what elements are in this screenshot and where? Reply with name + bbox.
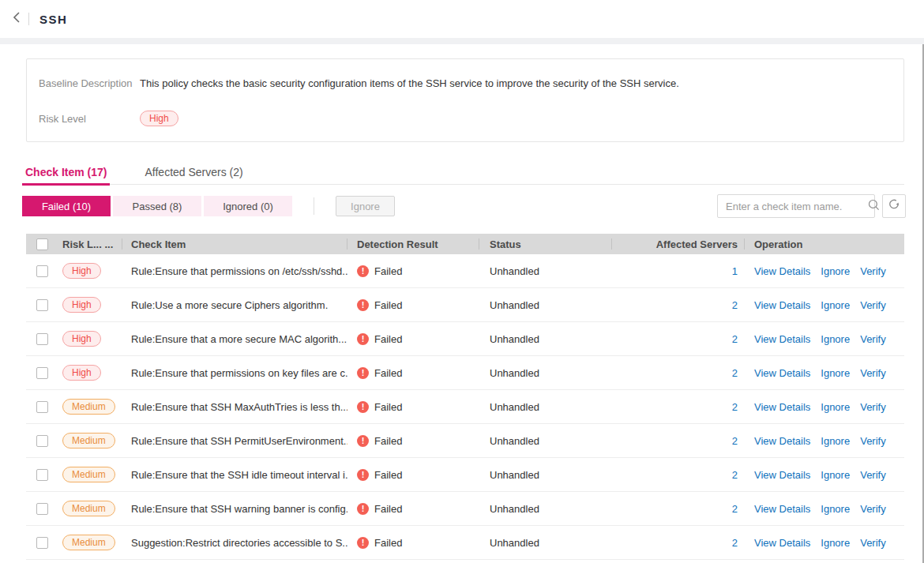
check-item-text: Rule:Ensure that SSH MaxAuthTries is les… [122, 401, 347, 413]
affected-servers-link[interactable]: 2 [732, 503, 738, 515]
ignore-link[interactable]: Ignore [821, 299, 850, 311]
row-checkbox[interactable] [36, 265, 48, 277]
ignore-link[interactable]: Ignore [821, 367, 850, 379]
search-box [717, 194, 875, 218]
search-input[interactable] [718, 201, 868, 212]
filter-passed-button[interactable]: Passed (8) [113, 196, 201, 216]
check-item-text: Rule:Ensure that permissions on key file… [122, 367, 347, 379]
row-checkbox[interactable] [36, 367, 48, 379]
ignore-button[interactable]: Ignore [336, 196, 395, 216]
status-text: Unhandled [479, 367, 612, 379]
risk-level-label: Risk Level [39, 113, 140, 125]
affected-servers-link[interactable]: 2 [732, 299, 738, 311]
tab-affected-servers[interactable]: Affected Servers (2) [141, 163, 246, 185]
column-header-operation: Operation [745, 234, 904, 254]
affected-servers-link[interactable]: 1 [732, 265, 738, 277]
main-panel: Baseline Description This policy checks … [0, 44, 924, 563]
status-text: Unhandled [479, 503, 612, 515]
failed-icon: ! [357, 469, 369, 481]
column-header-risk-level[interactable]: Risk L... ... [56, 234, 122, 254]
affected-servers-link[interactable]: 2 [732, 537, 738, 549]
baseline-description-label: Baseline Description [39, 77, 140, 89]
check-item-table: Risk L... ... Check Item Detection Resul… [26, 234, 904, 560]
refresh-button[interactable] [882, 194, 906, 218]
verify-link[interactable]: Verify [860, 401, 886, 413]
verify-link[interactable]: Verify [860, 333, 886, 345]
table-row: High Rule:Ensure that permissions on key… [26, 356, 904, 390]
column-header-check-item: Check Item [122, 234, 347, 254]
ignore-link[interactable]: Ignore [821, 469, 850, 481]
check-item-text: Rule:Ensure that permissions on /etc/ssh… [122, 265, 347, 277]
column-header-detection-result: Detection Result [347, 234, 479, 254]
view-details-link[interactable]: View Details [754, 367, 810, 379]
view-details-link[interactable]: View Details [754, 537, 810, 549]
row-checkbox[interactable] [36, 299, 48, 311]
view-details-link[interactable]: View Details [754, 265, 810, 277]
detection-result-text: Failed [374, 435, 402, 447]
risk-badge: Medium [62, 399, 115, 415]
risk-badge: Medium [62, 467, 115, 482]
page-header: SSH [0, 0, 924, 38]
verify-link[interactable]: Verify [860, 367, 886, 379]
table-row: Medium Rule:Ensure that SSH warning bann… [26, 492, 904, 526]
detection-result-text: Failed [374, 401, 402, 413]
verify-link[interactable]: Verify [860, 469, 886, 481]
affected-servers-link[interactable]: 2 [732, 367, 738, 379]
search-icon [868, 199, 880, 214]
table-row: Medium Rule:Ensure that the SSH idle tim… [26, 458, 904, 492]
risk-badge: High [62, 365, 101, 381]
risk-badge: Medium [62, 535, 115, 550]
ignore-link[interactable]: Ignore [821, 537, 850, 549]
ignore-link[interactable]: Ignore [821, 333, 850, 345]
affected-servers-link[interactable]: 2 [732, 401, 738, 413]
baseline-description-value: This policy checks the basic security co… [140, 77, 679, 89]
verify-link[interactable]: Verify [860, 503, 886, 515]
view-details-link[interactable]: View Details [754, 333, 810, 345]
status-text: Unhandled [479, 401, 612, 413]
view-details-link[interactable]: View Details [754, 401, 810, 413]
affected-servers-link[interactable]: 2 [732, 435, 738, 447]
row-checkbox[interactable] [36, 435, 48, 447]
verify-link[interactable]: Verify [860, 537, 886, 549]
status-text: Unhandled [479, 299, 612, 311]
affected-servers-link[interactable]: 2 [732, 469, 738, 481]
row-checkbox[interactable] [36, 469, 48, 481]
view-details-link[interactable]: View Details [754, 299, 810, 311]
risk-badge: High [62, 297, 101, 313]
tab-check-item[interactable]: Check Item (17) [22, 163, 110, 185]
row-checkbox[interactable] [36, 401, 48, 413]
ignore-link[interactable]: Ignore [821, 265, 850, 277]
check-item-text: Rule:Ensure that SSH warning banner is c… [122, 503, 347, 515]
verify-link[interactable]: Verify [860, 435, 886, 447]
verify-link[interactable]: Verify [860, 265, 886, 277]
row-checkbox[interactable] [36, 537, 48, 549]
failed-icon: ! [357, 537, 369, 549]
verify-link[interactable]: Verify [860, 299, 886, 311]
risk-badge: Medium [62, 433, 115, 449]
check-item-text: Suggestion:Restrict directories accessib… [122, 537, 347, 549]
failed-icon: ! [357, 503, 369, 515]
ignore-link[interactable]: Ignore [821, 401, 850, 413]
table-row: High Rule:Ensure that permissions on /et… [26, 254, 904, 288]
view-details-link[interactable]: View Details [754, 469, 810, 481]
search-button[interactable] [868, 199, 880, 214]
row-checkbox[interactable] [36, 333, 48, 345]
select-all-checkbox[interactable] [36, 238, 48, 250]
baseline-description-card: Baseline Description This policy checks … [26, 58, 904, 142]
view-details-link[interactable]: View Details [754, 435, 810, 447]
result-filter-group: Failed (10) Passed (8) Ignored (0) [22, 196, 292, 216]
filter-ignored-button[interactable]: Ignored (0) [204, 196, 292, 216]
failed-icon: ! [357, 435, 369, 447]
back-button[interactable] [5, 7, 28, 31]
detection-result-text: Failed [374, 333, 402, 345]
filter-failed-button[interactable]: Failed (10) [22, 196, 111, 216]
detection-result-text: Failed [374, 367, 402, 379]
failed-icon: ! [357, 333, 369, 345]
status-text: Unhandled [479, 333, 612, 345]
detection-result-text: Failed [374, 299, 402, 311]
ignore-link[interactable]: Ignore [821, 503, 850, 515]
affected-servers-link[interactable]: 2 [732, 333, 738, 345]
view-details-link[interactable]: View Details [754, 503, 810, 515]
ignore-link[interactable]: Ignore [821, 435, 850, 447]
row-checkbox[interactable] [36, 503, 48, 515]
